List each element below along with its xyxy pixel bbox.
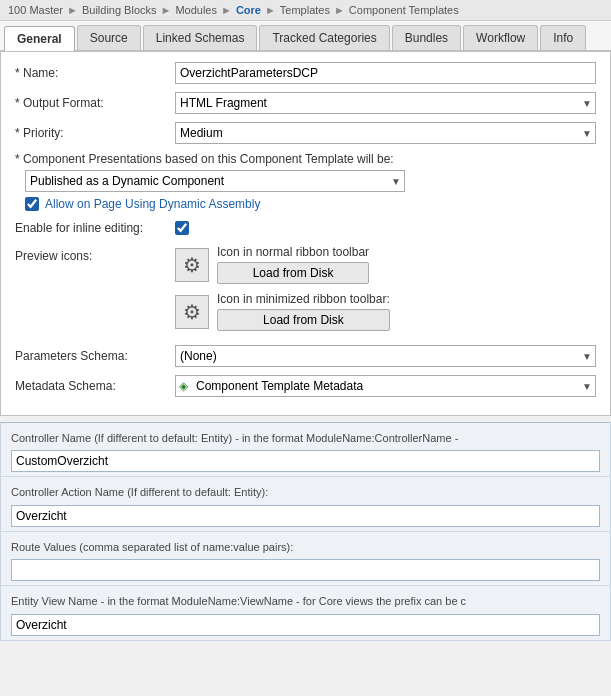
parameters-schema-label: Parameters Schema: <box>15 349 175 363</box>
tab-info[interactable]: Info <box>540 25 586 50</box>
icon-minimized-thumb: ⚙ <box>175 295 209 329</box>
controller-name-label: Controller Name (If different to default… <box>11 431 600 446</box>
tab-source[interactable]: Source <box>77 25 141 50</box>
tab-linked-schemas[interactable]: Linked Schemas <box>143 25 258 50</box>
priority-label: * Priority: <box>15 126 175 140</box>
bottom-section: Controller Name (If different to default… <box>0 422 611 641</box>
icon-normal-thumb: ⚙ <box>175 248 209 282</box>
name-input[interactable] <box>175 62 596 84</box>
controller-action-input[interactable] <box>11 505 600 527</box>
preview-icons-section: Preview icons: ⚙ Icon in normal ribbon t… <box>15 245 596 331</box>
bottom-field-entity-view: Entity View Name - in the format ModuleN… <box>1 586 610 639</box>
tab-workflow[interactable]: Workflow <box>463 25 538 50</box>
metadata-schema-label: Metadata Schema: <box>15 379 175 393</box>
main-content: * Name: * Output Format: HTML Fragment ▼… <box>0 52 611 416</box>
metadata-schema-select-wrapper: ◈ Component Template Metadata ▼ <box>175 375 596 397</box>
name-row: * Name: <box>15 62 596 84</box>
load-from-disk-button-2[interactable]: Load from Disk <box>217 309 390 331</box>
output-format-select[interactable]: HTML Fragment <box>175 92 596 114</box>
priority-select-wrapper: Medium ▼ <box>175 122 596 144</box>
entity-view-input[interactable] <box>11 614 600 636</box>
parameters-schema-select-wrapper: (None) ▼ <box>175 345 596 367</box>
tab-general[interactable]: General <box>4 26 75 51</box>
breadcrumb-core[interactable]: Core <box>236 4 261 16</box>
cp-select-row: Published as a Dynamic Component ▼ <box>15 170 596 192</box>
entity-view-label: Entity View Name - in the format ModuleN… <box>11 594 600 609</box>
breadcrumb: 100 Master ► Building Blocks ► Modules ►… <box>0 0 611 21</box>
gear-icon: ⚙ <box>183 253 201 277</box>
gear-icon: ⚙ <box>183 300 201 324</box>
inline-editing-checkbox[interactable] <box>175 221 189 235</box>
cp-select[interactable]: Published as a Dynamic Component <box>25 170 405 192</box>
cp-section: * Component Presentations based on this … <box>15 152 596 211</box>
allow-on-page-checkbox[interactable] <box>25 197 39 211</box>
metadata-schema-select[interactable]: Component Template Metadata <box>175 375 596 397</box>
tab-tracked-categories[interactable]: Tracked Categories <box>259 25 389 50</box>
breadcrumb-item[interactable]: Modules <box>175 4 217 16</box>
cp-select-wrapper: Published as a Dynamic Component ▼ <box>25 170 405 192</box>
tab-bundles[interactable]: Bundles <box>392 25 461 50</box>
inline-editing-row: Enable for inline editing: <box>15 221 596 235</box>
breadcrumb-item[interactable]: Templates <box>280 4 330 16</box>
parameters-schema-select[interactable]: (None) <box>175 345 596 367</box>
allow-on-page-row: Allow on Page Using Dynamic Assembly <box>15 197 596 211</box>
controller-name-input[interactable] <box>11 450 600 472</box>
priority-select[interactable]: Medium <box>175 122 596 144</box>
icon-normal-text: Icon in normal ribbon toolbar <box>217 245 369 259</box>
load-from-disk-button-1[interactable]: Load from Disk <box>217 262 369 284</box>
breadcrumb-item[interactable]: Building Blocks <box>82 4 157 16</box>
allow-on-page-label: Allow on Page Using Dynamic Assembly <box>45 197 260 211</box>
preview-icons-content: ⚙ Icon in normal ribbon toolbar Load fro… <box>175 245 390 331</box>
icon-minimized-row: ⚙ Icon in minimized ribbon toolbar: Load… <box>175 292 390 331</box>
preview-icons-label: Preview icons: <box>15 245 175 263</box>
parameters-schema-row: Parameters Schema: (None) ▼ <box>15 345 596 367</box>
cp-label: * Component Presentations based on this … <box>15 152 596 166</box>
route-values-label: Route Values (comma separated list of na… <box>11 540 600 555</box>
inline-editing-label: Enable for inline editing: <box>15 221 175 235</box>
bottom-field-controller-name: Controller Name (If different to default… <box>1 423 610 477</box>
icon-normal-row: ⚙ Icon in normal ribbon toolbar Load fro… <box>175 245 390 284</box>
icon-minimized-description: Icon in minimized ribbon toolbar: Load f… <box>217 292 390 331</box>
breadcrumb-item: Component Templates <box>349 4 459 16</box>
output-format-row: * Output Format: HTML Fragment ▼ <box>15 92 596 114</box>
breadcrumb-item[interactable]: 100 Master <box>8 4 63 16</box>
tabs-bar: General Source Linked Schemas Tracked Ca… <box>0 21 611 52</box>
priority-row: * Priority: Medium ▼ <box>15 122 596 144</box>
icon-minimized-text: Icon in minimized ribbon toolbar: <box>217 292 390 306</box>
output-format-select-wrapper: HTML Fragment ▼ <box>175 92 596 114</box>
name-label: * Name: <box>15 66 175 80</box>
icon-normal-description: Icon in normal ribbon toolbar Load from … <box>217 245 369 284</box>
metadata-schema-row: Metadata Schema: ◈ Component Template Me… <box>15 375 596 397</box>
route-values-input[interactable] <box>11 559 600 581</box>
bottom-field-controller-action: Controller Action Name (If different to … <box>1 477 610 531</box>
output-format-label: * Output Format: <box>15 96 175 110</box>
controller-action-label: Controller Action Name (If different to … <box>11 485 600 500</box>
bottom-field-route-values: Route Values (comma separated list of na… <box>1 532 610 586</box>
